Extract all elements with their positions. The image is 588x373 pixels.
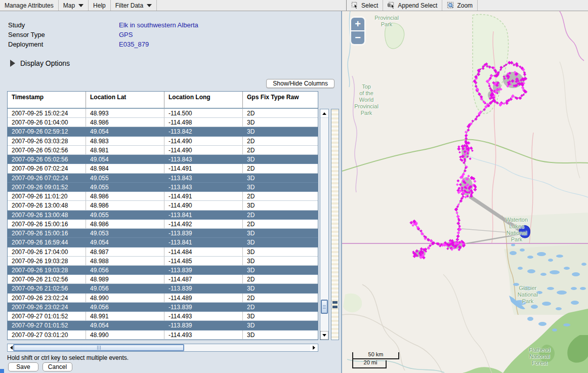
table-row[interactable]: 2007-09-26 16:59:4449.054-113.8413D [8,238,318,247]
cell-fix: 3D [243,330,318,339]
map-label-top-of-the-world-provincial-park: Top of the World Provincial Park [354,84,379,116]
cell-timestamp: 2007-09-26 02:59:12 [8,127,86,136]
cell-long: -114.490 [164,146,243,154]
menu-item-map[interactable]: Map [59,0,89,11]
menu-item-label: Manage Attributes [5,2,54,9]
append-select-button[interactable]: Append Select [383,0,442,11]
horizontal-scrollbar[interactable] [7,344,318,352]
table-row[interactable]: 2007-09-26 01:04:0048.986-114.4983D [8,118,318,127]
cell-fix: 3D [243,118,318,127]
study-row: StudyElk in southwestern Alberta [8,21,312,31]
horizontal-scrollbar-thumb[interactable] [13,344,184,351]
table-row[interactable]: 2007-09-26 19:03:2849.056-113.8393D [8,266,318,275]
cell-lat: 49.054 [86,127,164,136]
table-row[interactable]: 2007-09-26 03:03:2848.983-114.4902D [8,137,318,146]
cell-long: -114.484 [164,247,243,256]
cell-lat: 49.053 [86,229,164,237]
table-row[interactable]: 2007-09-27 03:01:2048.990-114.4933D [8,330,318,340]
map-canvas[interactable] [342,11,588,373]
tool-button-label: Append Select [398,2,437,9]
save-button[interactable]: Save [8,362,38,371]
table-row[interactable]: 2007-09-26 11:01:2048.986-114.4912D [8,192,318,201]
table-row[interactable]: 2007-09-26 23:02:2449.056-113.8392D [8,303,318,312]
vertical-scrollbar[interactable] [320,109,329,340]
chevron-down-icon [147,4,152,7]
table-row[interactable]: 2007-09-26 05:02:5648.981-114.4902D [8,146,318,155]
table-row[interactable]: 2007-09-26 15:00:1648.986-114.4922D [8,220,318,229]
display-options-toggle[interactable]: Display Options [10,59,70,67]
cell-timestamp: 2007-09-26 21:02:56 [8,284,86,293]
tool-button-label: Zoom [457,2,473,9]
menu-item-manage-attributes[interactable]: Manage Attributes [0,0,59,11]
cell-lat: 48.988 [86,257,164,265]
corner-chip [0,369,4,373]
menu-item-label: Filter Data [115,2,143,9]
cell-lat: 49.054 [86,321,164,329]
scroll-up-button[interactable] [320,109,328,118]
table-row[interactable]: 2007-09-26 23:02:2448.990-114.4892D [8,294,318,303]
cell-fix: 3D [243,266,318,274]
selection-range-strip[interactable] [331,109,339,340]
right-arrow-icon [313,346,315,350]
cell-lat: 49.056 [86,284,164,293]
left-arrow-icon [10,346,13,350]
menu-item-filter-data[interactable]: Filter Data [111,0,157,11]
cancel-button[interactable]: Cancel [43,362,72,371]
table-row[interactable]: 2007-09-26 19:03:2848.988-114.4853D [8,257,318,266]
scroll-right-button[interactable] [310,344,318,351]
table-row[interactable]: 2007-09-27 01:01:5249.054-113.8393D [8,321,318,330]
menu-item-label: Map [63,2,75,9]
cell-fix: 3D [243,127,318,136]
range-strip-handle[interactable] [332,301,338,308]
select-icon [351,2,359,9]
events-table: Timestamp Location Lat Location Long Gps… [7,91,318,340]
cell-lat: 48.993 [86,109,164,117]
cell-timestamp: 2007-09-26 16:59:44 [8,238,86,246]
menu-item-help[interactable]: Help [89,0,111,11]
cell-lat: 48.984 [86,164,164,173]
table-row[interactable]: 2007-09-27 01:01:5248.991-114.4933D [8,312,318,321]
table-row[interactable]: 2007-09-26 07:02:2449.055-113.8433D [8,174,318,183]
cell-lat: 48.986 [86,201,164,210]
cell-fix: 2D [243,192,318,200]
cell-fix: 3D [243,312,318,320]
study-value: Elk in southwestern Alberta [119,21,198,29]
table-row[interactable]: 2007-09-26 05:02:5649.054-113.8433D [8,155,318,164]
cell-long: -114.493 [164,312,243,320]
scroll-down-button[interactable] [320,331,328,340]
table-row[interactable]: 2007-09-26 21:02:5648.989-114.4872D [8,275,318,284]
table-row[interactable]: 2007-09-26 02:59:1249.054-113.8423D [8,127,318,136]
column-header-gps-fix-type-raw[interactable]: Gps Fix Type Raw [243,92,318,108]
table-row[interactable]: 2007-09-26 13:00:4848.986-114.4903D [8,201,318,210]
cell-timestamp: 2007-09-26 03:03:28 [8,137,86,145]
zoom-in-button[interactable]: + [351,18,364,30]
select-button[interactable]: Select [346,0,383,11]
vertical-scrollbar-thumb[interactable] [321,300,328,314]
cell-timestamp: 2007-09-26 15:00:16 [8,220,86,228]
show-hide-columns-button[interactable]: Show/Hide Columns [266,79,334,88]
table-row[interactable]: 2007-09-26 21:02:5649.056-113.8393D [8,284,318,293]
cell-long: -114.500 [164,109,243,117]
table-row[interactable]: 2007-09-26 09:01:5249.055-113.8433D [8,183,318,192]
cell-fix: 2D [243,109,318,117]
table-row[interactable]: 2007-09-26 15:00:1649.053-113.8393D [8,229,318,238]
zoom-out-button[interactable]: − [351,31,364,44]
table-row[interactable]: 2007-09-26 13:00:4849.055-113.8412D [8,211,318,220]
cell-long: -113.841 [164,211,243,219]
column-header-location-lat[interactable]: Location Lat [86,92,164,108]
cell-fix: 2D [243,137,318,145]
table-row[interactable]: 2007-09-26 07:02:2448.984-114.4912D [8,164,318,173]
cell-lat: 49.056 [86,266,164,274]
column-header-location-long[interactable]: Location Long [164,92,243,108]
cell-timestamp: 2007-09-26 07:02:24 [8,174,86,182]
table-header-row: Timestamp Location Lat Location Long Gps… [8,92,318,109]
cell-timestamp: 2007-09-26 17:04:00 [8,247,86,256]
cell-long: -114.490 [164,201,243,210]
zoom-button[interactable]: Zoom [442,0,478,11]
cell-fix: 3D [243,238,318,246]
table-row[interactable]: 2007-09-25 15:02:2448.993-114.5002D [8,109,318,118]
column-header-timestamp[interactable]: Timestamp [8,92,86,108]
table-row[interactable]: 2007-09-26 17:04:0048.987-114.4843D [8,247,318,257]
tool-button-label: Select [361,2,378,9]
map-scale-bar: 50 km 20 mi [352,351,403,369]
